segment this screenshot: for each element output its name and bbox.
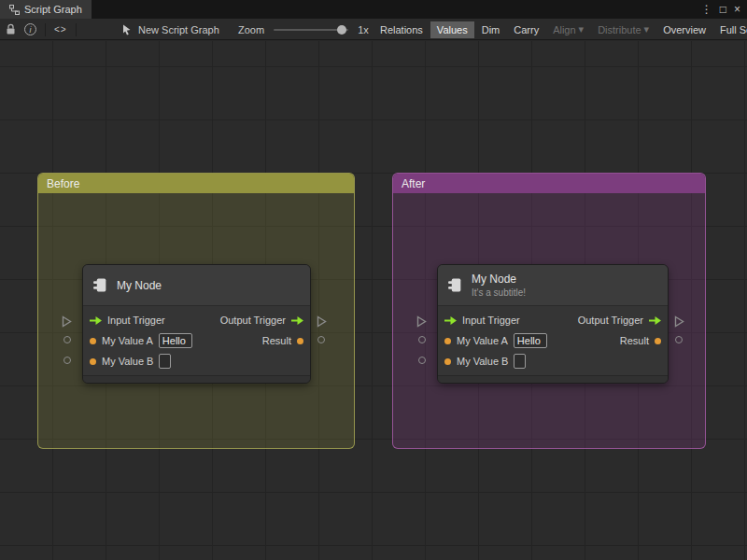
- align-dropdown[interactable]: Align▾: [546, 21, 590, 38]
- graph-toolbar: i <> New Script Graph Zoom 1x Relations …: [0, 19, 747, 40]
- value-b-port-row: My Value B: [438, 351, 668, 371]
- node-subtitle: It's a subtitle!: [472, 287, 526, 298]
- carry-button[interactable]: Carry: [507, 21, 545, 38]
- external-value-port-left[interactable]: [63, 336, 71, 343]
- node-my-node-after[interactable]: My Node It's a subtitle! Input Trigger O…: [437, 264, 669, 384]
- toolbar-separator: [45, 23, 46, 36]
- window-controls: ⋮ □ ×: [701, 0, 747, 19]
- trigger-port-row: Input Trigger Output Trigger: [83, 310, 310, 330]
- info-icon[interactable]: i: [24, 23, 36, 35]
- node-titles: My Node It's a subtitle!: [472, 273, 526, 298]
- output-trigger-port[interactable]: Output Trigger: [578, 315, 661, 326]
- node-title: My Node: [117, 279, 162, 292]
- result-port[interactable]: Result: [620, 335, 661, 346]
- node-header[interactable]: My Node It's a subtitle!: [438, 265, 668, 306]
- tab-script-graph[interactable]: Script Graph: [0, 0, 92, 19]
- value-b-input[interactable]: [159, 354, 171, 369]
- value-a-input[interactable]: [159, 333, 192, 348]
- external-value-port-left[interactable]: [418, 336, 426, 343]
- zoom-slider[interactable]: [274, 29, 348, 31]
- value-b-label: My Value B: [102, 356, 153, 367]
- node-icon: [447, 277, 463, 293]
- graph-canvas[interactable]: Before My Node Input Trigger: [0, 41, 747, 560]
- chevron-down-icon: ▾: [579, 23, 585, 35]
- input-trigger-label: Input Trigger: [107, 315, 165, 326]
- value-port-icon[interactable]: [90, 358, 96, 365]
- result-port[interactable]: Result: [262, 335, 303, 346]
- zoom-slider-knob[interactable]: [337, 25, 346, 35]
- external-trigger-port-right[interactable]: [674, 315, 684, 331]
- value-b-port-row: My Value B: [83, 351, 310, 371]
- value-b-label: My Value B: [457, 356, 508, 367]
- relations-label: Relations: [380, 24, 423, 35]
- input-trigger-port[interactable]: Input Trigger: [444, 315, 520, 326]
- trigger-arrow-icon[interactable]: [444, 316, 457, 325]
- zoom-control: Zoom 1x: [238, 19, 369, 40]
- fullscreen-button[interactable]: Full Screen: [713, 21, 747, 38]
- value-a-port[interactable]: My Value A: [90, 333, 192, 348]
- dim-button[interactable]: Dim: [475, 21, 507, 38]
- close-icon[interactable]: ×: [734, 3, 740, 16]
- value-a-label: My Value A: [457, 335, 508, 346]
- lock-icon[interactable]: [6, 23, 16, 35]
- node-body: Input Trigger Output Trigger My Value A …: [83, 306, 310, 375]
- value-b-port[interactable]: My Value B: [444, 354, 526, 369]
- script-graph-icon: [9, 5, 20, 15]
- value-port-icon[interactable]: [444, 358, 451, 365]
- dim-label: Dim: [482, 24, 500, 35]
- script-graph-window: Script Graph ⋮ □ × i <> New Script Graph…: [0, 0, 747, 560]
- group-title: Before: [47, 177, 79, 190]
- external-value-port-left[interactable]: [418, 357, 426, 364]
- trigger-arrow-icon[interactable]: [90, 316, 102, 325]
- graph-asset-icon: [121, 24, 133, 35]
- output-trigger-label: Output Trigger: [220, 315, 286, 326]
- overview-button[interactable]: Overview: [656, 21, 712, 38]
- code-view-icon[interactable]: <>: [54, 24, 67, 35]
- external-trigger-port-right[interactable]: [317, 315, 327, 331]
- graph-name-label: New Script Graph: [138, 24, 219, 35]
- trigger-arrow-icon[interactable]: [291, 316, 303, 325]
- output-trigger-label: Output Trigger: [578, 315, 643, 326]
- node-my-node-before[interactable]: My Node Input Trigger Output Trigger: [82, 264, 311, 384]
- node-footer: [438, 375, 668, 383]
- trigger-arrow-icon[interactable]: [649, 316, 661, 325]
- external-value-port-right[interactable]: [317, 336, 325, 343]
- zoom-label: Zoom: [238, 24, 264, 35]
- group-before-header[interactable]: Before: [38, 174, 354, 193]
- values-label: Values: [437, 24, 468, 35]
- distribute-dropdown[interactable]: Distribute▾: [591, 21, 655, 38]
- value-a-port-row: My Value A Result: [438, 330, 668, 351]
- output-trigger-port[interactable]: Output Trigger: [220, 315, 303, 326]
- chevron-down-icon: ▾: [644, 23, 650, 35]
- node-icon: [92, 277, 108, 293]
- zoom-value: 1x: [358, 24, 369, 35]
- maximize-icon[interactable]: □: [720, 3, 726, 16]
- result-label: Result: [620, 335, 649, 346]
- external-trigger-port-left[interactable]: [62, 315, 72, 331]
- distribute-label: Distribute: [598, 24, 641, 35]
- relations-button[interactable]: Relations: [374, 21, 430, 38]
- value-port-icon[interactable]: [297, 338, 303, 344]
- node-header[interactable]: My Node: [83, 265, 310, 306]
- input-trigger-port[interactable]: Input Trigger: [90, 315, 165, 326]
- external-value-port-left[interactable]: [63, 357, 71, 364]
- tab-title: Script Graph: [24, 4, 82, 15]
- carry-label: Carry: [514, 24, 539, 35]
- value-b-port[interactable]: My Value B: [90, 354, 171, 369]
- trigger-port-row: Input Trigger Output Trigger: [438, 310, 668, 330]
- external-value-port-right[interactable]: [675, 336, 683, 343]
- tab-bar: Script Graph ⋮ □ ×: [0, 0, 747, 19]
- value-b-input[interactable]: [514, 354, 526, 369]
- value-port-icon[interactable]: [444, 338, 451, 344]
- node-titles: My Node: [117, 279, 162, 292]
- value-a-input[interactable]: [514, 333, 547, 348]
- values-button[interactable]: Values: [430, 21, 474, 38]
- value-port-icon[interactable]: [90, 338, 96, 344]
- overview-label: Overview: [663, 24, 706, 35]
- graph-name-group[interactable]: New Script Graph: [121, 19, 219, 40]
- value-port-icon[interactable]: [655, 338, 661, 344]
- kebab-menu-icon[interactable]: ⋮: [701, 3, 712, 16]
- group-after-header[interactable]: After: [393, 174, 705, 193]
- external-trigger-port-left[interactable]: [416, 315, 427, 331]
- value-a-port[interactable]: My Value A: [444, 333, 547, 348]
